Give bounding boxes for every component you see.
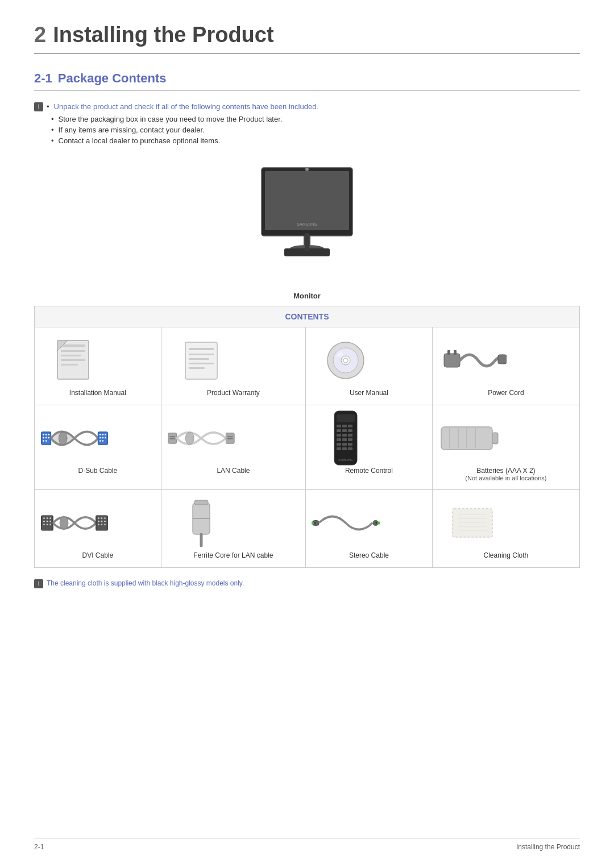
page: 2Installing the Product 2-1Package Conte… <box>0 0 614 868</box>
svg-point-41 <box>99 434 101 435</box>
svg-rect-57 <box>337 414 355 422</box>
footer-note-text: The cleaning cloth is supplied with blac… <box>47 579 244 587</box>
svg-rect-18 <box>189 358 209 360</box>
svg-point-96 <box>101 517 103 519</box>
item-img-user-manual <box>312 338 380 383</box>
svg-point-100 <box>104 521 106 522</box>
item-img-stereo <box>312 500 380 546</box>
svg-text:SAMSUNG: SAMSUNG <box>338 458 352 462</box>
table-row: Installation Manual P <box>35 327 580 405</box>
cell-installation-manual: Installation Manual <box>35 327 161 405</box>
cell-ferrite: Ferrite Core for LAN cable <box>161 490 305 568</box>
svg-point-32 <box>45 434 47 435</box>
item-img-product-warranty <box>167 338 235 383</box>
cell-power-cord: Power Cord <box>432 327 579 405</box>
svg-point-99 <box>101 521 103 522</box>
item-label-user-manual: User Manual <box>312 389 426 397</box>
item-label-ferrite: Ferrite Core for LAN cable <box>167 551 300 559</box>
footer-section: Installing the Product <box>516 843 580 851</box>
cell-product-warranty: Product Warranty <box>161 327 305 405</box>
svg-point-88 <box>47 521 48 522</box>
svg-rect-68 <box>342 438 347 441</box>
item-sublabel-battery: (Not available in all locations) <box>438 475 574 481</box>
table-row: DVI Cable <box>35 490 580 568</box>
item-label-dsub: D-Sub Cable <box>40 467 155 475</box>
svg-point-45 <box>102 437 103 439</box>
item-img-battery <box>438 416 507 461</box>
footer-note: i The cleaning cloth is supplied with bl… <box>34 579 580 588</box>
info-secondary-text-1: Store the packaging box in case you need… <box>59 115 283 123</box>
monitor-label: Monitor <box>293 292 321 300</box>
svg-point-33 <box>48 434 49 435</box>
svg-point-89 <box>49 521 51 522</box>
svg-point-43 <box>105 434 106 435</box>
chapter-title: 2Installing the Product <box>34 23 580 54</box>
svg-rect-29 <box>498 355 507 364</box>
info-secondary-row-2: • If any items are missing, contact your… <box>51 126 580 134</box>
svg-rect-67 <box>337 438 341 441</box>
item-img-installation-manual <box>40 338 109 383</box>
section-number: 2-1 <box>34 71 52 85</box>
cell-stereo-cable: Stereo Cable <box>306 490 433 568</box>
svg-point-91 <box>47 524 48 525</box>
svg-rect-15 <box>185 342 217 379</box>
monitor-image: SAMSUNG <box>244 162 370 287</box>
info-primary-row: i • Unpack the product and check if all … <box>34 102 580 111</box>
svg-point-47 <box>99 440 101 442</box>
section-title-text: Package Contents <box>58 71 167 85</box>
item-label-stereo: Stereo Cable <box>312 551 426 559</box>
svg-point-39 <box>59 432 67 445</box>
svg-point-97 <box>104 517 106 519</box>
page-footer: 2-1 Installing the Product <box>34 838 580 851</box>
item-label-installation-manual: Installation Manual <box>40 389 155 397</box>
item-img-dsub <box>40 416 109 461</box>
contents-header: CONTENTS <box>35 306 580 327</box>
svg-point-31 <box>43 434 44 435</box>
svg-rect-115 <box>453 509 492 537</box>
item-img-cloth <box>438 500 507 546</box>
info-primary-text: Unpack the product and check if all of t… <box>54 102 318 111</box>
monitor-section: SAMSUNG Monitor <box>34 162 580 300</box>
cell-cleaning-cloth: Cleaning Cloth <box>432 490 579 568</box>
svg-point-37 <box>43 440 44 442</box>
svg-point-52 <box>185 432 194 445</box>
svg-rect-28 <box>454 350 457 355</box>
chapter-title-text: Installing the Product <box>53 23 273 47</box>
item-img-remote: SAMSUNG <box>312 416 380 461</box>
svg-text:SAMSUNG: SAMSUNG <box>297 222 317 226</box>
svg-rect-51 <box>169 438 175 439</box>
svg-point-95 <box>98 517 99 519</box>
item-label-battery: Batteries (AAA X 2) <box>438 467 574 475</box>
svg-rect-75 <box>348 447 352 450</box>
chapter-number: 2 <box>34 23 46 47</box>
item-img-lan <box>167 416 235 461</box>
svg-rect-62 <box>342 429 347 432</box>
contents-table: CONTENTS <box>34 306 580 568</box>
item-label-lan: LAN Cable <box>167 467 300 475</box>
svg-rect-63 <box>348 429 352 432</box>
svg-rect-12 <box>61 359 85 361</box>
svg-rect-19 <box>189 363 214 364</box>
svg-rect-65 <box>342 434 347 437</box>
svg-point-85 <box>47 517 48 519</box>
cell-dvi-cable: DVI Cable <box>35 490 161 568</box>
info-secondary-text-2: If any items are missing, contact your d… <box>59 126 205 134</box>
svg-point-36 <box>48 437 49 439</box>
svg-point-92 <box>49 524 51 525</box>
svg-point-90 <box>43 524 45 525</box>
svg-rect-71 <box>342 443 347 446</box>
svg-rect-27 <box>447 350 450 355</box>
svg-rect-10 <box>61 350 85 352</box>
cell-remote: SAMSUNG Remote Control <box>306 405 433 490</box>
svg-point-48 <box>102 440 103 442</box>
section-title: 2-1Package Contents <box>34 71 580 91</box>
svg-point-34 <box>43 437 44 439</box>
svg-rect-7 <box>305 233 309 251</box>
svg-rect-70 <box>337 443 341 446</box>
svg-rect-13 <box>61 364 78 366</box>
svg-rect-72 <box>348 443 352 446</box>
info-secondary-row-3: • Contact a local dealer to purchase opt… <box>51 136 580 145</box>
svg-rect-55 <box>227 438 233 439</box>
svg-point-38 <box>45 440 47 442</box>
item-label-remote: Remote Control <box>312 467 426 475</box>
